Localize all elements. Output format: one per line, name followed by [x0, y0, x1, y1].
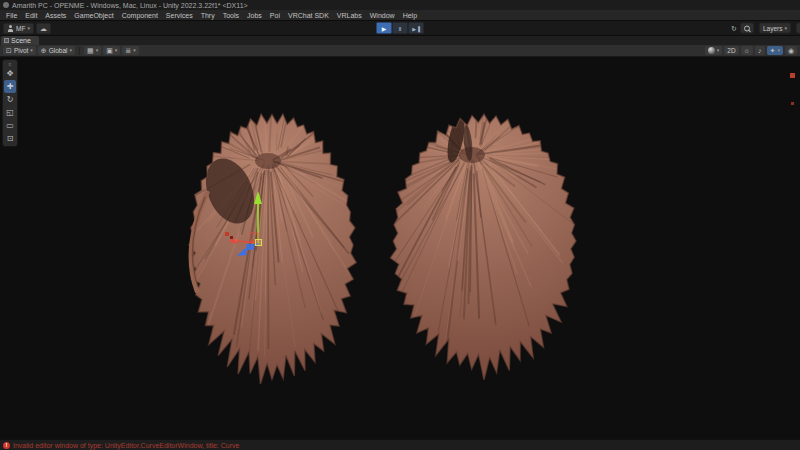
overlay-marker-icon[interactable]: [790, 73, 795, 78]
pivot-icon: ⊡: [6, 47, 12, 54]
tiny-mesh-fragment: [225, 232, 229, 236]
search-icon: [744, 25, 750, 31]
pause-icon: Ⅱ: [399, 25, 402, 32]
audio-toggle[interactable]: ♪: [755, 46, 765, 55]
pause-button[interactable]: Ⅱ: [393, 23, 408, 34]
tab-scene[interactable]: Scene: [1, 36, 39, 45]
menu-bar: File Edit Assets GameObject Component Se…: [0, 10, 800, 20]
chevron-down-icon: ▾: [70, 48, 73, 53]
scale-tool-button[interactable]: ◱: [4, 106, 16, 119]
menu-item-vrchat-sdk[interactable]: VRChat SDK: [284, 12, 333, 19]
menu-item-file[interactable]: File: [2, 12, 21, 19]
hair-mesh-left[interactable]: [167, 57, 372, 384]
scene-view-toolbar: ⊡ Pivot ▾ ⊕ Global ▾ ▦ ▾ ▣ ▾ ≣ ▾ ▾: [0, 45, 800, 57]
view-tool-button[interactable]: ✥: [4, 67, 16, 80]
pivot-mode-dropdown[interactable]: ⊡ Pivot ▾: [3, 46, 36, 55]
grid-icon: ▦: [87, 47, 94, 54]
effects-icon: ✦: [770, 47, 776, 54]
visibility-icon: ◉: [788, 47, 794, 54]
chevron-down-icon: ▾: [784, 26, 787, 31]
shaded-sphere-icon: [708, 47, 715, 54]
status-bar[interactable]: ! Invalid editor window of type: UnityEd…: [0, 439, 800, 450]
snap-settings-dropdown[interactable]: ▣ ▾: [103, 46, 120, 55]
snap-increment-dropdown[interactable]: ≣ ▾: [122, 46, 138, 55]
menu-item-help[interactable]: Help: [399, 12, 421, 19]
scene-tab-label: Scene: [11, 37, 31, 44]
chevron-down-icon: ▾: [717, 48, 720, 53]
unity-editor-window: Amarith PC - OPENME - Windows, Mac, Linu…: [0, 0, 800, 450]
menu-item-window[interactable]: Window: [366, 12, 399, 19]
chevron-down-icon: ▾: [96, 48, 99, 53]
window-title: Amarith PC - OPENME - Windows, Mac, Linu…: [12, 2, 248, 9]
title-bar: Amarith PC - OPENME - Windows, Mac, Linu…: [0, 0, 800, 10]
shading-mode-dropdown[interactable]: ▾: [705, 46, 723, 55]
scene-viewport[interactable]: ≡ ✥ ✛ ↻ ◱ ▭ ⊡: [0, 57, 800, 439]
hair-mesh-right[interactable]: [358, 57, 585, 380]
main-toolbar: MF ▾ ☁ ▶ Ⅱ ▶▐ ↻ Layers ▾ Layout ▾: [0, 20, 800, 36]
step-button[interactable]: ▶▐: [409, 23, 424, 34]
menu-item-gameobject[interactable]: GameObject: [70, 12, 117, 19]
chevron-down-icon: ▾: [30, 48, 33, 53]
account-label: MF: [16, 25, 25, 32]
menu-item-thry[interactable]: Thry: [197, 12, 219, 19]
account-icon: [7, 25, 14, 32]
globe-icon: ⊕: [41, 47, 47, 54]
play-button[interactable]: ▶: [377, 23, 392, 34]
layers-dropdown[interactable]: Layers ▾: [759, 23, 791, 34]
grid-snap-dropdown[interactable]: ▦ ▾: [84, 46, 101, 55]
transform-toolstrip: ≡ ✥ ✛ ↻ ◱ ▭ ⊡: [2, 59, 18, 147]
lighting-icon: ☼: [744, 47, 750, 54]
error-icon: !: [3, 442, 10, 449]
layout-dropdown[interactable]: Layout ▾: [796, 23, 800, 34]
play-icon: ▶: [382, 25, 387, 32]
scene-tab-icon: [4, 38, 9, 43]
menu-item-tools[interactable]: Tools: [219, 12, 243, 19]
snap-move-icon: ≣: [125, 47, 131, 54]
step-icon: ▶▐: [412, 25, 419, 31]
play-controls: ▶ Ⅱ ▶▐: [377, 23, 424, 34]
activity-indicator-icon[interactable]: ↻: [731, 25, 737, 32]
rect-tool-button[interactable]: ▭: [4, 119, 16, 132]
lighting-toggle[interactable]: ☼: [741, 46, 753, 55]
scene-toolbar-right-group: ▾ 2D ☼ ♪ ✦ ▾ ◉: [705, 46, 797, 55]
pivot-label: Pivot: [14, 47, 28, 54]
layers-label: Layers: [763, 25, 783, 32]
orientation-dropdown[interactable]: ⊕ Global ▾: [38, 46, 75, 55]
menu-item-jobs[interactable]: Jobs: [243, 12, 266, 19]
effects-dropdown[interactable]: ✦ ▾: [767, 46, 783, 55]
2d-toggle[interactable]: 2D: [724, 46, 738, 55]
2d-label: 2D: [727, 47, 735, 54]
chevron-down-icon: ▾: [27, 26, 30, 31]
menu-item-vrlabs[interactable]: VRLabs: [333, 12, 366, 19]
search-button[interactable]: [740, 23, 754, 34]
chevron-down-icon: ▾: [115, 48, 118, 53]
rotate-tool-button[interactable]: ↻: [4, 93, 16, 106]
toolbar-right-group: ↻ Layers ▾ Layout ▾: [731, 23, 800, 34]
audio-icon: ♪: [758, 47, 762, 54]
account-button[interactable]: MF ▾: [3, 23, 34, 34]
menu-item-component[interactable]: Component: [118, 12, 162, 19]
move-tool-button[interactable]: ✛: [4, 80, 16, 93]
snap-icon: ▣: [106, 47, 113, 54]
scene-render[interactable]: [0, 57, 800, 439]
unity-logo-icon: [3, 2, 9, 8]
chevron-down-icon: ▾: [133, 48, 136, 53]
toolbar-divider: [79, 47, 80, 55]
menu-item-edit[interactable]: Edit: [21, 12, 41, 19]
transform-tool-button[interactable]: ⊡: [4, 132, 16, 145]
panel-tab-strip: Scene: [0, 36, 800, 45]
cloud-button[interactable]: ☁: [36, 23, 51, 34]
menu-item-poi[interactable]: Poi: [266, 12, 284, 19]
chevron-down-icon: ▾: [777, 48, 780, 53]
menu-item-services[interactable]: Services: [162, 12, 197, 19]
scene-visibility-toggle[interactable]: ◉: [785, 46, 797, 55]
orientation-label: Global: [49, 47, 68, 54]
error-message[interactable]: Invalid editor window of type: UnityEdit…: [13, 442, 239, 449]
cloud-icon: ☁: [40, 25, 47, 32]
overlay-marker-small-icon: [791, 102, 794, 105]
menu-item-assets[interactable]: Assets: [41, 12, 70, 19]
